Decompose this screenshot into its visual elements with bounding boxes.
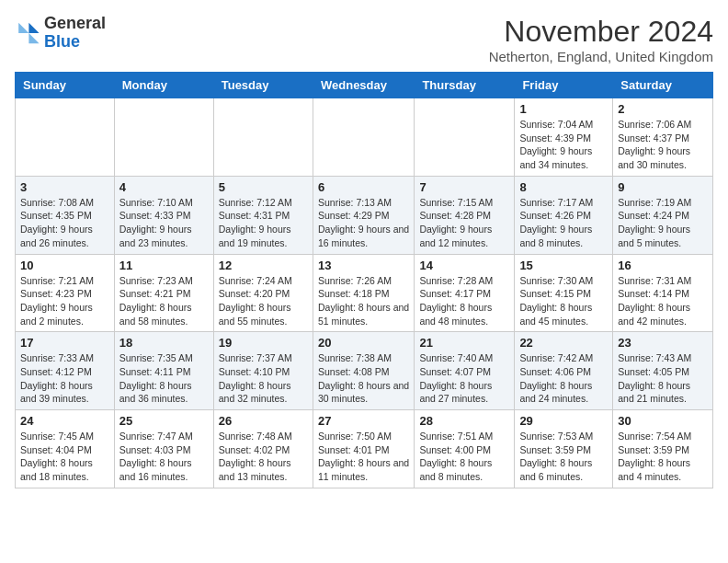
calendar-cell: 22Sunrise: 7:42 AMSunset: 4:06 PMDayligh… [515,332,613,410]
header-cell-monday: Monday [114,73,213,98]
calendar-cell: 28Sunrise: 7:51 AMSunset: 4:00 PMDayligh… [415,410,515,488]
calendar-cell: 25Sunrise: 7:47 AMSunset: 4:03 PMDayligh… [114,410,213,488]
calendar-table: SundayMondayTuesdayWednesdayThursdayFrid… [15,72,713,488]
day-info: Sunrise: 7:42 AMSunset: 4:06 PMDaylight:… [519,351,608,406]
calendar-cell: 5Sunrise: 7:12 AMSunset: 4:31 PMDaylight… [213,176,313,254]
calendar-week-4: 17Sunrise: 7:33 AMSunset: 4:12 PMDayligh… [16,332,713,410]
day-info: Sunrise: 7:54 AMSunset: 3:59 PMDaylight:… [618,430,708,484]
calendar-cell: 27Sunrise: 7:50 AMSunset: 4:01 PMDayligh… [313,410,414,488]
page-header: General Blue November 2024 Netherton, En… [15,15,713,64]
day-info: Sunrise: 7:06 AMSunset: 4:37 PMDaylight:… [618,118,708,172]
day-info: Sunrise: 7:13 AMSunset: 4:29 PMDaylight:… [318,196,409,250]
day-info: Sunrise: 7:35 AMSunset: 4:11 PMDaylight:… [119,351,209,406]
day-number: 13 [318,259,409,272]
day-info: Sunrise: 7:21 AMSunset: 4:23 PMDaylight:… [20,274,109,328]
day-number: 20 [318,336,409,350]
calendar-cell: 7Sunrise: 7:15 AMSunset: 4:28 PMDaylight… [415,176,515,254]
day-number: 26 [219,414,308,428]
location: Netherton, England, United Kingdom [489,49,713,64]
calendar-cell: 12Sunrise: 7:24 AMSunset: 4:20 PMDayligh… [213,254,313,332]
day-info: Sunrise: 7:19 AMSunset: 4:24 PMDaylight:… [618,196,708,250]
day-info: Sunrise: 7:15 AMSunset: 4:28 PMDaylight:… [419,196,509,250]
calendar-cell: 18Sunrise: 7:35 AMSunset: 4:11 PMDayligh… [114,332,213,410]
day-number: 17 [20,336,109,350]
header-cell-friday: Friday [515,73,613,98]
day-number: 12 [219,259,308,272]
calendar-cell: 15Sunrise: 7:30 AMSunset: 4:15 PMDayligh… [515,254,613,332]
day-number: 2 [618,102,708,116]
day-number: 30 [618,414,708,428]
calendar-cell: 21Sunrise: 7:40 AMSunset: 4:07 PMDayligh… [415,332,515,410]
calendar-cell: 1Sunrise: 7:04 AMSunset: 4:39 PMDaylight… [515,98,613,177]
calendar-cell [313,98,414,177]
day-info: Sunrise: 7:51 AMSunset: 4:00 PMDaylight:… [419,430,509,484]
calendar-week-5: 24Sunrise: 7:45 AMSunset: 4:04 PMDayligh… [16,410,713,488]
day-number: 8 [519,180,608,194]
day-info: Sunrise: 7:17 AMSunset: 4:26 PMDaylight:… [519,196,608,250]
header-row: SundayMondayTuesdayWednesdayThursdayFrid… [16,73,713,98]
day-info: Sunrise: 7:45 AMSunset: 4:04 PMDaylight:… [20,430,109,484]
day-number: 10 [20,259,109,272]
day-info: Sunrise: 7:30 AMSunset: 4:15 PMDaylight:… [519,274,608,328]
calendar-cell: 29Sunrise: 7:53 AMSunset: 3:59 PMDayligh… [515,410,613,488]
calendar-cell: 6Sunrise: 7:13 AMSunset: 4:29 PMDaylight… [313,176,414,254]
day-info: Sunrise: 7:04 AMSunset: 4:39 PMDaylight:… [519,118,608,172]
day-number: 19 [219,336,308,350]
calendar-week-1: 1Sunrise: 7:04 AMSunset: 4:39 PMDaylight… [16,98,713,177]
svg-marker-1 [28,33,39,43]
day-number: 5 [219,180,308,194]
day-number: 4 [119,180,209,194]
svg-marker-2 [18,23,28,33]
calendar-cell: 24Sunrise: 7:45 AMSunset: 4:04 PMDayligh… [16,410,115,488]
day-number: 7 [419,180,509,194]
day-number: 15 [519,259,608,272]
calendar-cell [415,98,515,177]
day-number: 3 [20,180,109,194]
calendar-week-2: 3Sunrise: 7:08 AMSunset: 4:35 PMDaylight… [16,176,713,254]
calendar-cell: 2Sunrise: 7:06 AMSunset: 4:37 PMDaylight… [613,98,713,177]
day-number: 14 [419,259,509,272]
header-cell-wednesday: Wednesday [313,73,414,98]
day-info: Sunrise: 7:37 AMSunset: 4:10 PMDaylight:… [219,351,308,406]
day-number: 9 [618,180,708,194]
calendar-cell: 17Sunrise: 7:33 AMSunset: 4:12 PMDayligh… [16,332,115,410]
day-number: 29 [519,414,608,428]
day-number: 11 [119,259,209,272]
day-info: Sunrise: 7:40 AMSunset: 4:07 PMDaylight:… [419,351,509,406]
header-cell-saturday: Saturday [613,73,713,98]
calendar-cell: 14Sunrise: 7:28 AMSunset: 4:17 PMDayligh… [415,254,515,332]
header-cell-sunday: Sunday [16,73,115,98]
day-number: 1 [519,102,608,116]
day-info: Sunrise: 7:53 AMSunset: 3:59 PMDaylight:… [519,430,608,484]
header-cell-thursday: Thursday [415,73,515,98]
day-info: Sunrise: 7:50 AMSunset: 4:01 PMDaylight:… [318,430,409,484]
day-info: Sunrise: 7:24 AMSunset: 4:20 PMDaylight:… [219,274,308,328]
title-section: November 2024 Netherton, England, United… [489,15,713,64]
calendar-cell: 13Sunrise: 7:26 AMSunset: 4:18 PMDayligh… [313,254,414,332]
calendar-cell: 23Sunrise: 7:43 AMSunset: 4:05 PMDayligh… [613,332,713,410]
calendar-cell: 3Sunrise: 7:08 AMSunset: 4:35 PMDaylight… [16,176,115,254]
day-number: 23 [618,336,708,350]
calendar-cell: 19Sunrise: 7:37 AMSunset: 4:10 PMDayligh… [213,332,313,410]
day-info: Sunrise: 7:23 AMSunset: 4:21 PMDaylight:… [119,274,209,328]
day-number: 21 [419,336,509,350]
day-number: 18 [119,336,209,350]
calendar-body: 1Sunrise: 7:04 AMSunset: 4:39 PMDaylight… [16,98,713,488]
day-info: Sunrise: 7:38 AMSunset: 4:08 PMDaylight:… [318,351,409,406]
svg-marker-0 [28,23,39,33]
day-number: 27 [318,414,409,428]
calendar-cell [213,98,313,177]
calendar-cell: 4Sunrise: 7:10 AMSunset: 4:33 PMDaylight… [114,176,213,254]
calendar-cell: 26Sunrise: 7:48 AMSunset: 4:02 PMDayligh… [213,410,313,488]
day-info: Sunrise: 7:48 AMSunset: 4:02 PMDaylight:… [219,430,308,484]
calendar-cell: 10Sunrise: 7:21 AMSunset: 4:23 PMDayligh… [16,254,115,332]
calendar-cell: 16Sunrise: 7:31 AMSunset: 4:14 PMDayligh… [613,254,713,332]
calendar-cell: 11Sunrise: 7:23 AMSunset: 4:21 PMDayligh… [114,254,213,332]
calendar-cell: 20Sunrise: 7:38 AMSunset: 4:08 PMDayligh… [313,332,414,410]
logo-icon [15,20,40,46]
header-cell-tuesday: Tuesday [213,73,313,98]
day-info: Sunrise: 7:08 AMSunset: 4:35 PMDaylight:… [20,196,109,250]
calendar-cell: 9Sunrise: 7:19 AMSunset: 4:24 PMDaylight… [613,176,713,254]
day-number: 28 [419,414,509,428]
logo: General Blue [15,15,106,52]
